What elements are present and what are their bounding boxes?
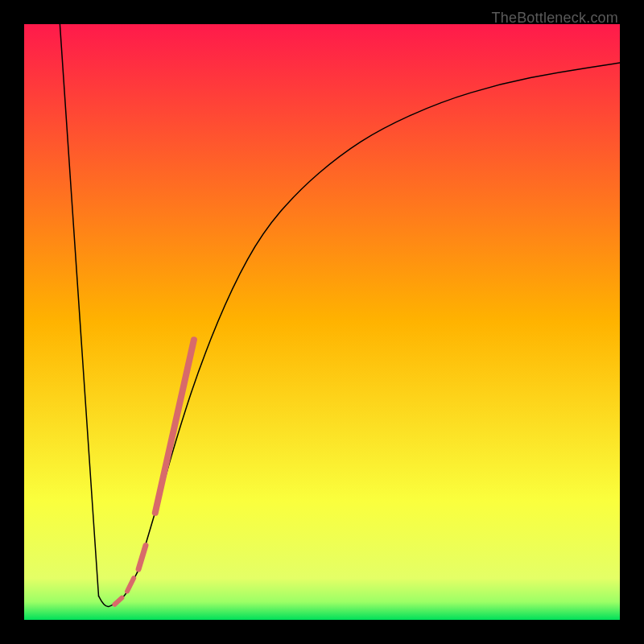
chart-plot-area — [24, 24, 620, 620]
chart-background — [24, 24, 620, 620]
chart-svg — [24, 24, 620, 620]
